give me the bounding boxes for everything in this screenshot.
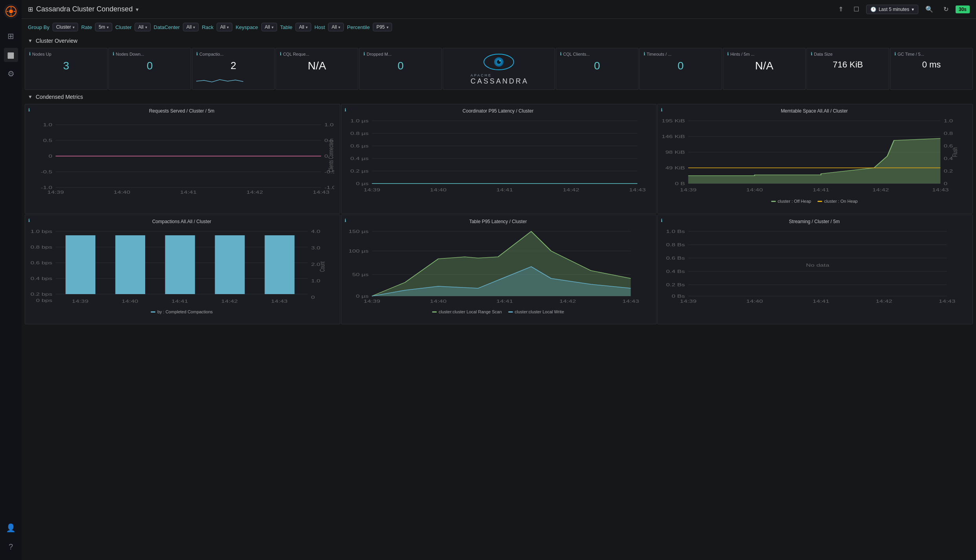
compactions-legend: by : Completed Compactions <box>29 309 334 314</box>
cluster-overview-chevron[interactable]: ▼ <box>28 38 33 44</box>
svg-text:Flush: Flush <box>951 147 958 157</box>
memtable-svg: 195 KiB 146 KiB 98 KiB 49 KiB 0 B 1.0 0.… <box>662 117 967 195</box>
sidebar-dashboard-icon[interactable]: ▦ <box>4 48 18 62</box>
chart-requests-title: Requests Served / Cluster / 5m <box>29 108 334 114</box>
legend-off-heap: cluster : Off Heap <box>771 199 811 204</box>
filter-groupby-arrow: ▾ <box>73 25 75 29</box>
chart-info-compactions[interactable]: ℹ <box>28 218 30 223</box>
stat-nodes-down: ℹ Nodes Down... 0 <box>108 48 191 90</box>
svg-text:3.0: 3.0 <box>311 246 321 251</box>
cassandra-label: CASSANDRA <box>471 77 529 85</box>
cluster-overview-title: Cluster Overview <box>36 38 78 44</box>
chart-table-latency: ℹ Table P95 Latency / Cluster 150 µs 100… <box>341 215 657 324</box>
filter-cluster-select[interactable]: All ▾ <box>135 23 150 31</box>
filter-keyspace-select[interactable]: All ▾ <box>261 23 277 31</box>
chart-info-streaming[interactable]: ℹ <box>661 218 662 223</box>
svg-text:14:41: 14:41 <box>496 299 513 304</box>
svg-text:0.4 Bs: 0.4 Bs <box>666 269 685 274</box>
svg-text:150 µs: 150 µs <box>348 229 369 234</box>
svg-text:0.2: 0.2 <box>944 169 953 174</box>
time-selector[interactable]: 🕐 Last 5 minutes ▾ <box>866 5 918 14</box>
stat-cql-requests: ℹ CQL Reque... N/A <box>275 48 358 90</box>
filter-table-select[interactable]: All ▾ <box>296 23 311 31</box>
svg-text:0: 0 <box>944 182 948 186</box>
svg-text:0.8: 0.8 <box>944 131 953 136</box>
table-latency-svg: 150 µs 100 µs 50 µs 0 µs 14:39 14:40 14:… <box>345 227 651 306</box>
stat-data-size-label: Data Size <box>814 52 833 56</box>
filter-rack-select[interactable]: All ▾ <box>217 23 232 31</box>
info-icon-data-size[interactable]: ℹ <box>811 51 812 56</box>
dashboard-title: Cassandra Cluster Condensed <box>36 5 133 13</box>
legend-compactions: by : Completed Compactions <box>151 309 213 314</box>
svg-text:0.4 µs: 0.4 µs <box>350 156 369 161</box>
svg-text:0: 0 <box>49 154 53 159</box>
filter-datacenter-select[interactable]: All ▾ <box>183 23 199 31</box>
chart-info-memtable[interactable]: ℹ <box>661 107 662 113</box>
filter-rate-select[interactable]: 5m ▾ <box>95 23 112 31</box>
refresh-button[interactable]: ↻ <box>940 4 952 15</box>
svg-text:0.4: 0.4 <box>944 156 953 161</box>
svg-text:14:42: 14:42 <box>221 299 238 304</box>
svg-rect-95 <box>265 235 294 294</box>
chart-info-table-latency[interactable]: ℹ <box>345 218 346 223</box>
filter-host-select[interactable]: All ▾ <box>328 23 344 31</box>
sidebar-user-icon[interactable]: 👤 <box>4 521 18 535</box>
chart-compactions-title: Compactions All.All / Cluster <box>29 219 334 224</box>
info-icon-compactions[interactable]: ℹ <box>196 51 198 56</box>
svg-text:14:40: 14:40 <box>122 299 139 304</box>
stat-gc-time-value: 0 ms <box>894 60 969 70</box>
dashboard-dropdown-arrow[interactable]: ▾ <box>136 6 139 13</box>
svg-text:0.6 µs: 0.6 µs <box>350 144 369 149</box>
svg-text:0.6 Bs: 0.6 Bs <box>666 256 685 261</box>
chart-info-requests[interactable]: ℹ <box>28 107 30 113</box>
info-icon-hints[interactable]: ℹ <box>727 51 729 56</box>
tv-mode-button[interactable]: ☐ <box>850 4 862 15</box>
filter-cluster-label: Cluster <box>115 24 131 30</box>
filter-rack-label: Rack <box>202 24 213 30</box>
filter-cluster-arrow: ▾ <box>145 25 147 29</box>
filter-rack-value: All <box>220 24 225 30</box>
filter-percentile-select[interactable]: P95 ▾ <box>373 23 392 31</box>
stat-nodes-down-value: 0 <box>113 60 187 72</box>
info-icon-cql-requests[interactable]: ℹ <box>280 51 281 56</box>
info-icon-nodes-down[interactable]: ℹ <box>113 51 114 56</box>
filter-host-value: All <box>332 24 337 30</box>
filter-rate-label: Rate <box>81 24 92 30</box>
sidebar-home-icon[interactable]: ⊞ <box>4 29 18 43</box>
chart-info-coordinator[interactable]: ℹ <box>345 107 346 113</box>
condensed-metrics-chevron[interactable]: ▼ <box>28 94 33 100</box>
stat-nodes-up-label: Nodes Up <box>32 52 51 56</box>
search-button[interactable]: 🔍 <box>922 4 936 15</box>
svg-text:14:42: 14:42 <box>876 299 892 304</box>
svg-text:1.0: 1.0 <box>311 279 321 284</box>
grafana-logo[interactable] <box>4 4 18 19</box>
svg-text:50 µs: 50 µs <box>352 273 369 277</box>
info-icon-timeouts[interactable]: ℹ <box>644 51 645 56</box>
info-icon-cql-clients[interactable]: ℹ <box>560 51 562 56</box>
info-icon-dropped-msg[interactable]: ℹ <box>363 51 365 56</box>
sidebar: ⊞ ▦ ⚙ 👤 ? <box>0 0 22 560</box>
share-button[interactable]: ⇑ <box>835 4 846 15</box>
legend-local-range-scan-label: cluster:cluster Local Range Scan <box>439 309 502 314</box>
chart-requests-served: ℹ Requests Served / Cluster / 5m 1.0 0.5… <box>25 104 340 214</box>
filter-groupby-select[interactable]: Cluster ▾ <box>53 23 78 31</box>
info-icon-gc-time[interactable]: ℹ <box>894 51 896 56</box>
stat-hints: ℹ Hints / 5m ... N/A <box>723 48 806 90</box>
cassandra-logo-card: Apache CASSANDRA <box>443 48 555 90</box>
svg-text:14:43: 14:43 <box>271 299 288 304</box>
refresh-badge[interactable]: 30s <box>956 5 970 13</box>
svg-text:49 KiB: 49 KiB <box>665 166 685 171</box>
sidebar-settings-icon[interactable]: ⚙ <box>4 67 18 81</box>
dashboard-grid-icon: ⊞ <box>28 5 33 13</box>
chart-coordinator-latency: ℹ Coordinator P95 Latency / Cluster 1.0 … <box>341 104 657 214</box>
sidebar-help-icon[interactable]: ? <box>4 540 18 554</box>
filter-groupby-value: Cluster <box>56 24 71 30</box>
info-icon-nodes-up[interactable]: ℹ <box>29 51 31 56</box>
coordinator-latency-svg: 1.0 µs 0.8 µs 0.6 µs 0.4 µs 0.2 µs 0 µs … <box>345 117 651 195</box>
svg-text:14:39: 14:39 <box>364 188 381 193</box>
svg-text:98 KiB: 98 KiB <box>665 150 685 155</box>
svg-text:14:42: 14:42 <box>563 188 580 193</box>
filter-datacenter-label: DataCenter <box>154 24 180 30</box>
filter-percentile-value: P95 <box>376 24 385 30</box>
svg-text:0 B: 0 B <box>675 182 685 186</box>
